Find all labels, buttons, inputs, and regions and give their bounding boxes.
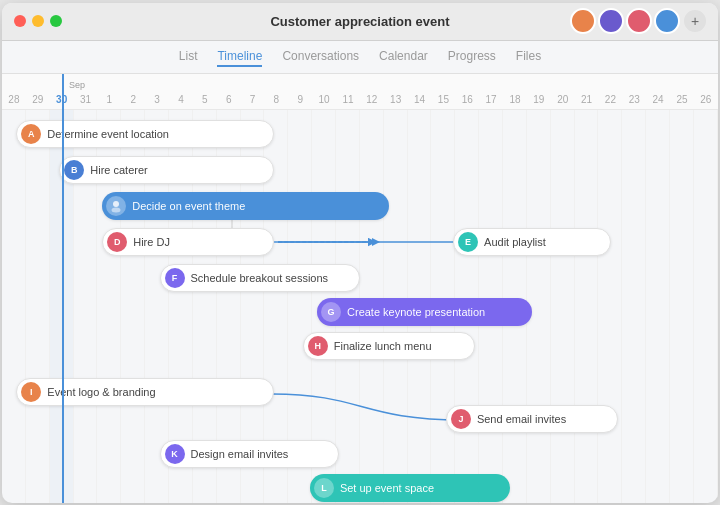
traffic-lights	[14, 15, 62, 27]
date-14: 14	[408, 94, 432, 109]
user-avatars: +	[570, 8, 706, 34]
window-title: Customer appreciation event	[270, 14, 449, 29]
maximize-button[interactable]	[50, 15, 62, 27]
date-15: 15	[431, 94, 455, 109]
task-avatar-6: F	[165, 268, 185, 288]
date-5: 5	[193, 94, 217, 109]
date-26: 26	[694, 94, 718, 109]
nav-tabs: List Timeline Conversations Calendar Pro…	[2, 41, 718, 74]
date-13: 13	[384, 94, 408, 109]
today-indicator	[62, 74, 64, 503]
gantt-body: A Determine event location B Hire catere…	[2, 110, 718, 503]
date-3: 3	[145, 94, 169, 109]
task-avatar-9: I	[21, 382, 41, 402]
task-label-design-email-invites: Design email invites	[191, 448, 289, 460]
task-send-email-invites[interactable]: J Send email invites	[446, 405, 618, 433]
app-window: Customer appreciation event + List Timel…	[2, 3, 718, 503]
tab-calendar[interactable]: Calendar	[379, 47, 428, 67]
close-button[interactable]	[14, 15, 26, 27]
task-schedule-breakout-sessions[interactable]: F Schedule breakout sessions	[160, 264, 360, 292]
task-label-schedule-breakout-sessions: Schedule breakout sessions	[191, 272, 329, 284]
task-finalize-lunch-menu[interactable]: H Finalize lunch menu	[303, 332, 475, 360]
date-12: 12	[360, 94, 384, 109]
task-label-audit-playlist: Audit playlist	[484, 236, 546, 248]
date-4: 4	[169, 94, 193, 109]
date-11: 11	[336, 94, 360, 109]
timeline-content: Sep 28 29 30 31 1 2 3 4 5 6 7 8 9 10 11 …	[2, 74, 718, 503]
tab-files[interactable]: Files	[516, 47, 541, 67]
titlebar: Customer appreciation event +	[2, 3, 718, 41]
avatar-4[interactable]	[654, 8, 680, 34]
date-20: 20	[551, 94, 575, 109]
task-avatar-3	[106, 196, 126, 216]
date-8: 8	[264, 94, 288, 109]
tab-list[interactable]: List	[179, 47, 198, 67]
date-18: 18	[503, 94, 527, 109]
task-avatar-5: E	[458, 232, 478, 252]
task-decide-event-theme[interactable]: Decide on event theme	[102, 192, 388, 220]
avatar-3[interactable]	[626, 8, 652, 34]
task-avatar-2: B	[64, 160, 84, 180]
date-6: 6	[217, 94, 241, 109]
date-17: 17	[479, 94, 503, 109]
tasks-layer: A Determine event location B Hire catere…	[2, 110, 718, 503]
task-label-hire-dj: Hire DJ	[133, 236, 170, 248]
task-label-determine-event-location: Determine event location	[47, 128, 169, 140]
task-label-set-up-event-space: Set up event space	[340, 482, 434, 494]
date-7: 7	[241, 94, 265, 109]
tab-timeline[interactable]: Timeline	[217, 47, 262, 67]
date-10: 10	[312, 94, 336, 109]
date-21: 21	[575, 94, 599, 109]
date-31: 31	[74, 94, 98, 109]
task-label-send-email-invites: Send email invites	[477, 413, 566, 425]
task-avatar-7: G	[321, 302, 341, 322]
task-label-finalize-lunch-menu: Finalize lunch menu	[334, 340, 432, 352]
task-set-up-event-space[interactable]: L Set up event space	[310, 474, 510, 502]
date-9: 9	[288, 94, 312, 109]
month-label: Sep	[69, 80, 85, 90]
date-1: 1	[97, 94, 121, 109]
task-avatar-8: H	[308, 336, 328, 356]
task-create-keynote[interactable]: G Create keynote presentation	[317, 298, 532, 326]
task-avatar-10: J	[451, 409, 471, 429]
date-header: Sep 28 29 30 31 1 2 3 4 5 6 7 8 9 10 11 …	[2, 74, 718, 110]
date-23: 23	[622, 94, 646, 109]
task-avatar-12: L	[314, 478, 334, 498]
minimize-button[interactable]	[32, 15, 44, 27]
tab-conversations[interactable]: Conversations	[282, 47, 359, 67]
date-29: 29	[26, 94, 50, 109]
task-hire-caterer[interactable]: B Hire caterer	[59, 156, 274, 184]
task-label-decide-event-theme: Decide on event theme	[132, 200, 245, 212]
task-label-create-keynote: Create keynote presentation	[347, 306, 485, 318]
svg-point-6	[113, 201, 119, 207]
date-16: 16	[455, 94, 479, 109]
add-member-button[interactable]: +	[684, 10, 706, 32]
date-22: 22	[598, 94, 622, 109]
task-avatar-11: K	[165, 444, 185, 464]
task-avatar-1: A	[21, 124, 41, 144]
task-avatar-4: D	[107, 232, 127, 252]
date-28: 28	[2, 94, 26, 109]
task-event-logo-branding[interactable]: I Event logo & branding	[16, 378, 274, 406]
tab-progress[interactable]: Progress	[448, 47, 496, 67]
task-label-hire-caterer: Hire caterer	[90, 164, 147, 176]
date-25: 25	[670, 94, 694, 109]
task-hire-dj[interactable]: D Hire DJ	[102, 228, 274, 256]
avatar-2[interactable]	[598, 8, 624, 34]
task-design-email-invites[interactable]: K Design email invites	[160, 440, 339, 468]
task-determine-event-location[interactable]: A Determine event location	[16, 120, 274, 148]
task-audit-playlist[interactable]: E Audit playlist	[453, 228, 611, 256]
avatar-1[interactable]	[570, 8, 596, 34]
svg-point-7	[112, 207, 121, 212]
date-2: 2	[121, 94, 145, 109]
date-24: 24	[646, 94, 670, 109]
date-19: 19	[527, 94, 551, 109]
